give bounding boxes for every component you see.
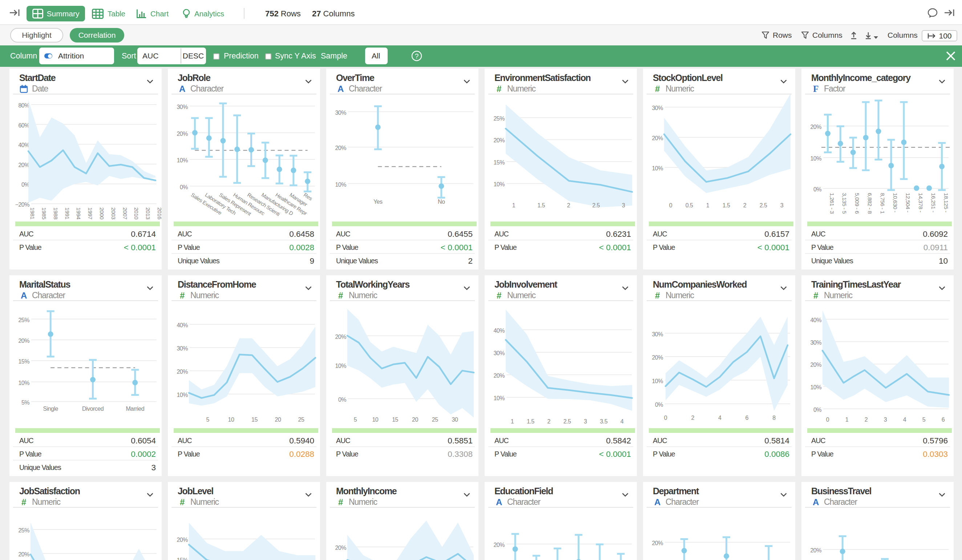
svg-text:2.5: 2.5 <box>592 202 600 208</box>
svg-text:4: 4 <box>718 415 722 421</box>
svg-text:2013: 2013 <box>145 207 151 219</box>
svg-text:2010: 2010 <box>133 207 139 220</box>
svg-text:1: 1 <box>846 416 849 423</box>
svg-text:0: 0 <box>826 416 830 423</box>
svg-text:2007: 2007 <box>122 207 128 219</box>
svg-text:10%: 10% <box>810 384 822 391</box>
svg-text:Single: Single <box>43 406 58 412</box>
svg-text:0%: 0% <box>180 184 188 190</box>
svg-text:30%: 30% <box>652 105 663 111</box>
svg-text:20%: 20% <box>177 537 188 543</box>
svg-text:6: 6 <box>746 415 749 421</box>
svg-text:1: 1 <box>511 418 514 424</box>
svg-text:5: 5 <box>354 416 357 423</box>
svg-text:20%: 20% <box>18 162 29 168</box>
svg-text:10%: 10% <box>335 182 346 188</box>
svg-text:15%: 15% <box>177 557 188 560</box>
svg-text:5: 5 <box>922 416 926 423</box>
svg-text:30%: 30% <box>177 104 188 110</box>
svg-text:10: 10 <box>372 416 378 423</box>
svg-text:1997: 1997 <box>87 207 94 219</box>
svg-text:10%: 10% <box>335 363 346 369</box>
svg-text:10%: 10% <box>652 378 663 384</box>
svg-text:3.5: 3.5 <box>600 418 607 424</box>
svg-text:20%: 20% <box>652 355 663 361</box>
svg-text:20%: 20% <box>652 135 663 141</box>
svg-text:1: 1 <box>706 202 710 208</box>
svg-text:2: 2 <box>743 202 747 208</box>
svg-text:20: 20 <box>275 416 281 423</box>
svg-text:2: 2 <box>691 415 694 421</box>
svg-text:30%: 30% <box>177 345 188 352</box>
svg-text:2000: 2000 <box>99 207 105 220</box>
svg-text:20%: 20% <box>810 362 822 368</box>
svg-text:8,756 - 1: 8,756 - 1 <box>880 193 886 214</box>
svg-text:3: 3 <box>622 202 625 208</box>
svg-text:3,135 - 5: 3,135 - 5 <box>841 193 847 214</box>
svg-text:3: 3 <box>884 416 887 423</box>
svg-text:5,009 - 6: 5,009 - 6 <box>854 193 860 214</box>
svg-text:1981: 1981 <box>29 207 36 219</box>
svg-text:10%: 10% <box>493 395 505 401</box>
svg-text:8: 8 <box>772 415 776 421</box>
svg-text:10%: 10% <box>177 392 188 398</box>
svg-text:40%: 40% <box>177 322 188 328</box>
svg-text:1,261 - 3: 1,261 - 3 <box>829 193 835 214</box>
svg-text:10,630 -: 10,630 - <box>892 193 898 213</box>
svg-text:3: 3 <box>584 418 587 424</box>
svg-text:20%: 20% <box>493 373 505 379</box>
svg-text:25%: 25% <box>493 116 505 122</box>
svg-text:25: 25 <box>432 416 438 423</box>
svg-text:6: 6 <box>942 416 945 423</box>
svg-text:20%: 20% <box>177 131 188 137</box>
svg-text:1.5: 1.5 <box>527 418 534 424</box>
svg-text:10%: 10% <box>652 165 663 171</box>
svg-text:40%: 40% <box>810 317 822 323</box>
svg-text:?: ? <box>415 52 419 60</box>
svg-text:20%: 20% <box>335 545 346 551</box>
svg-text:80%: 80% <box>18 102 29 108</box>
svg-text:Yes: Yes <box>373 199 383 205</box>
svg-text:15: 15 <box>392 416 398 423</box>
svg-text:30: 30 <box>452 416 458 423</box>
svg-text:2: 2 <box>567 202 570 208</box>
svg-text:5%: 5% <box>21 399 29 406</box>
svg-text:4: 4 <box>620 418 624 424</box>
svg-text:20%: 20% <box>18 338 29 344</box>
svg-text:2.5: 2.5 <box>760 202 767 208</box>
svg-text:1985: 1985 <box>41 207 47 219</box>
svg-text:20%: 20% <box>335 145 346 151</box>
svg-text:25%: 25% <box>18 527 29 534</box>
svg-text:0%: 0% <box>814 186 822 192</box>
svg-text:Divorced: Divorced <box>82 406 103 412</box>
svg-text:2: 2 <box>865 416 868 423</box>
svg-text:2: 2 <box>547 418 550 424</box>
svg-text:1988: 1988 <box>53 207 59 219</box>
svg-text:18,125 -: 18,125 - <box>943 193 949 213</box>
svg-text:40%: 40% <box>18 142 29 148</box>
svg-text:3: 3 <box>780 202 784 208</box>
svg-text:0%: 0% <box>21 182 29 188</box>
svg-text:5: 5 <box>206 416 209 423</box>
svg-text:0: 0 <box>669 202 673 208</box>
svg-text:1994: 1994 <box>76 207 82 220</box>
svg-text:2016: 2016 <box>157 207 161 219</box>
svg-text:15%: 15% <box>493 160 505 166</box>
svg-text:0%: 0% <box>338 397 346 403</box>
svg-text:20%: 20% <box>18 551 29 557</box>
svg-text:2.5: 2.5 <box>563 418 571 424</box>
svg-text:20%: 20% <box>810 547 822 554</box>
svg-text:60%: 60% <box>18 123 29 129</box>
svg-text:1: 1 <box>512 202 515 208</box>
svg-text:16,251 -: 16,251 - <box>930 193 936 213</box>
svg-text:2003: 2003 <box>110 207 116 219</box>
svg-text:40%: 40% <box>493 328 505 334</box>
svg-text:15%: 15% <box>18 358 29 365</box>
svg-text:10%: 10% <box>493 181 505 187</box>
svg-text:6,882 - 8: 6,882 - 8 <box>867 193 873 214</box>
svg-text:10: 10 <box>228 416 234 423</box>
svg-text:−20%: −20% <box>15 202 30 208</box>
svg-text:10%: 10% <box>810 155 822 161</box>
svg-text:20%: 20% <box>810 124 822 130</box>
svg-text:25%: 25% <box>18 317 29 323</box>
